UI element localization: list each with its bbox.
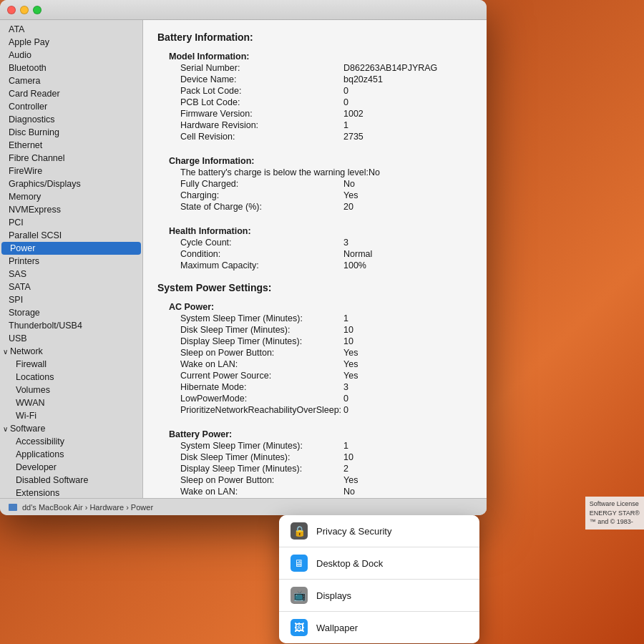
sidebar-item-disabled-software[interactable]: Disabled Software	[0, 474, 142, 487]
sidebar-item-locations[interactable]: Locations	[0, 371, 142, 384]
wallpaper-icon: 🖼	[291, 619, 308, 636]
ac-disk-sleep-value: 10	[343, 325, 353, 335]
pack-lot-label: Pack Lot Code:	[157, 86, 343, 96]
bat-disk-sleep-label: Disk Sleep Timer (Minutes):	[157, 452, 343, 462]
sidebar-item-spi[interactable]: SPI	[0, 293, 142, 306]
sidebar-item-audio[interactable]: Audio	[0, 49, 142, 62]
sidebar-item-bluetooth[interactable]: Bluetooth	[0, 62, 142, 74]
settings-row-desktop[interactable]: 🖥 Desktop & Dock	[279, 547, 479, 580]
serial-number-label: Serial Number:	[157, 63, 343, 73]
sidebar-item-usb[interactable]: USB	[0, 332, 142, 345]
ac-sleep-power-label: Sleep on Power Button:	[157, 348, 343, 358]
sidebar-item-nvmexpress[interactable]: NVMExpress	[0, 203, 142, 216]
ac-display-sleep-value: 10	[343, 336, 353, 346]
fully-charged-value: No	[343, 179, 355, 189]
pack-lot-row: Pack Lot Code: 0	[157, 86, 472, 96]
sidebar-item-software[interactable]: ∨ Software	[0, 422, 142, 435]
sidebar-item-apple-pay[interactable]: Apple Pay	[0, 36, 142, 49]
settings-row-privacy[interactable]: 🔒 Privacy & Security	[279, 515, 479, 547]
model-info-section: Model Information: Serial Number: D86226…	[157, 49, 472, 142]
sidebar-item-disc-burning[interactable]: Disc Burning	[0, 126, 142, 139]
window-titlebar	[0, 0, 487, 20]
window-close-button[interactable]	[7, 6, 16, 14]
sidebar: ATA Apple Pay Audio Bluetooth Camera Car…	[0, 20, 143, 498]
sidebar-item-wwan[interactable]: WWAN	[0, 396, 142, 409]
sidebar-item-pci[interactable]: PCI	[0, 216, 142, 229]
sidebar-item-firewall[interactable]: Firewall	[0, 358, 142, 371]
state-of-charge-label: State of Charge (%):	[157, 202, 343, 212]
window-body: ATA Apple Pay Audio Bluetooth Camera Car…	[0, 20, 487, 498]
sidebar-item-diagnostics[interactable]: Diagnostics	[0, 113, 142, 126]
ac-low-power-label: LowPowerMode:	[157, 394, 343, 404]
charge-info-section: Charge Information: The battery's charge…	[157, 153, 472, 212]
sidebar-item-wifi[interactable]: Wi-Fi	[0, 409, 142, 422]
model-info-header: Model Information:	[157, 52, 343, 62]
sidebar-item-card-reader[interactable]: Card Reader	[0, 87, 142, 100]
ac-hibernate-label: Hibernate Mode:	[157, 382, 343, 392]
sidebar-item-developer[interactable]: Developer	[0, 461, 142, 474]
ac-sleep-power-value: Yes	[343, 348, 358, 358]
bat-disk-sleep-row: Disk Sleep Timer (Minutes): 10	[157, 452, 472, 462]
cycle-count-label: Cycle Count:	[157, 238, 343, 248]
sidebar-item-printers[interactable]: Printers	[0, 255, 142, 268]
device-name-label: Device Name:	[157, 74, 343, 84]
sidebar-item-applications[interactable]: Applications	[0, 448, 142, 461]
sidebar-item-thunderbolt[interactable]: Thunderbolt/USB4	[0, 319, 142, 332]
charge-info-header-row: Charge Information:	[157, 153, 472, 166]
charging-row: Charging: Yes	[157, 190, 472, 200]
bat-wake-lan-label: Wake on LAN:	[157, 487, 343, 497]
ac-system-sleep-row: System Sleep Timer (Minutes): 1	[157, 313, 472, 323]
sidebar-item-accessibility[interactable]: Accessibility	[0, 435, 142, 448]
sidebar-item-ethernet[interactable]: Ethernet	[0, 139, 142, 152]
sidebar-item-sata[interactable]: SATA	[0, 280, 142, 293]
below-warning-value: No	[369, 167, 380, 177]
ac-prioritize-value: 0	[343, 405, 348, 415]
sidebar-item-controller[interactable]: Controller	[0, 100, 142, 113]
max-capacity-label: Maximum Capacity:	[157, 260, 343, 270]
sysinfo-window: ATA Apple Pay Audio Bluetooth Camera Car…	[0, 0, 487, 515]
ac-prioritize-row: PrioritizeNetworkReachabilityOverSleep: …	[157, 405, 472, 415]
sidebar-item-sas[interactable]: SAS	[0, 268, 142, 280]
sidebar-item-firewire[interactable]: FireWire	[0, 165, 142, 177]
bat-disk-sleep-value: 10	[343, 452, 353, 462]
hardware-revision-value: 1	[343, 120, 348, 130]
ac-power-section: AC Power: System Sleep Timer (Minutes): …	[157, 299, 472, 415]
condition-label: Condition:	[157, 249, 343, 259]
bat-sleep-power-row: Sleep on Power Button: Yes	[157, 475, 472, 485]
sidebar-item-camera[interactable]: Camera	[0, 74, 142, 87]
firmware-row: Firmware Version: 1002	[157, 109, 472, 119]
displays-label: Displays	[316, 590, 351, 601]
license-line2: ENERGY STAR®	[590, 509, 640, 518]
bat-sleep-power-label: Sleep on Power Button:	[157, 475, 343, 485]
bat-system-sleep-row: System Sleep Timer (Minutes): 1	[157, 441, 472, 451]
sidebar-item-network[interactable]: ∨ Network	[0, 345, 142, 358]
sidebar-item-ata[interactable]: ATA	[0, 23, 142, 36]
condition-value: Normal	[343, 249, 372, 259]
ac-current-source-row: Current Power Source: Yes	[157, 371, 472, 381]
ac-current-source-value: Yes	[343, 371, 358, 381]
ac-power-header: AC Power:	[157, 302, 343, 312]
sidebar-item-volumes[interactable]: Volumes	[0, 384, 142, 396]
model-info-header-row: Model Information:	[157, 49, 472, 62]
sidebar-item-memory[interactable]: Memory	[0, 190, 142, 203]
cell-revision-row: Cell Revision: 2735	[157, 132, 472, 142]
window-minimize-button[interactable]	[20, 6, 29, 14]
breadcrumb-icon	[9, 504, 17, 511]
health-info-header-row: Health Information:	[157, 223, 472, 236]
settings-row-wallpaper[interactable]: 🖼 Wallpaper	[279, 612, 479, 643]
bat-sleep-power-value: Yes	[343, 475, 358, 485]
ac-power-header-row: AC Power:	[157, 299, 472, 312]
window-maximize-button[interactable]	[33, 6, 42, 14]
sidebar-item-storage[interactable]: Storage	[0, 306, 142, 319]
breadcrumb-text: dd's MacBook Air › Hardware › Power	[22, 503, 153, 512]
sidebar-item-parallel-scsi[interactable]: Parallel SCSI	[0, 229, 142, 242]
ac-hibernate-value: 3	[343, 382, 348, 392]
settings-row-displays[interactable]: 📺 Displays	[279, 580, 479, 612]
license-badge: Software License ENERGY STAR® ™ and © 19…	[585, 497, 644, 530]
firmware-value: 1002	[343, 109, 364, 119]
sidebar-item-extensions[interactable]: Extensions	[0, 487, 142, 498]
sidebar-item-graphics-displays[interactable]: Graphics/Displays	[0, 177, 142, 190]
sidebar-item-fibre-channel[interactable]: Fibre Channel	[0, 152, 142, 165]
sidebar-item-power[interactable]: Power	[1, 242, 141, 255]
breadcrumb-bar: dd's MacBook Air › Hardware › Power	[0, 498, 487, 515]
